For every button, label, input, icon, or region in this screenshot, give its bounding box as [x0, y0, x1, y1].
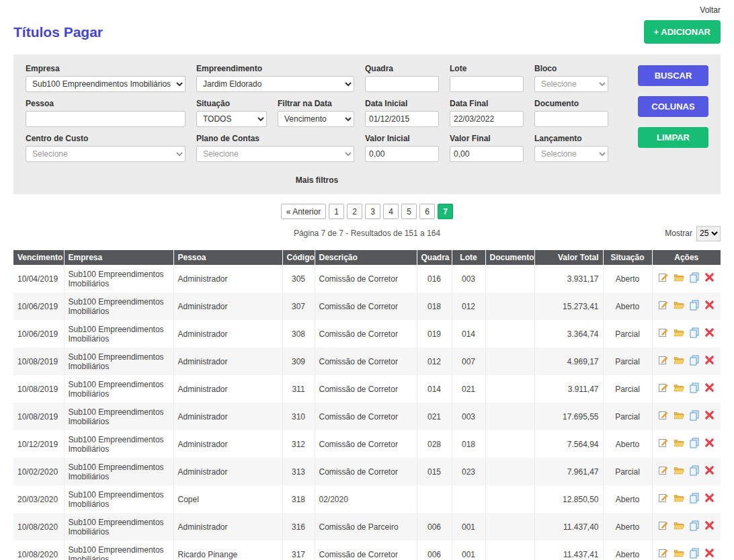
filter-field-quadra: Quadra — [365, 64, 439, 92]
table-row: 10/06/2019Sub100 Empreendimentos Imobili… — [13, 320, 721, 348]
centro-de-custo-select[interactable]: Selecione — [26, 146, 186, 162]
empresa-select[interactable]: Sub100 Empreendimentos Imobiliários — [26, 76, 186, 92]
edit-icon[interactable] — [658, 410, 669, 421]
cell-descricao: Comissão de Corretor — [315, 265, 417, 292]
delete-icon[interactable] — [704, 300, 715, 311]
cell-descricao: Comissão de Corretor — [315, 375, 417, 403]
situacao-select[interactable]: TODOS — [196, 111, 267, 127]
folder-icon[interactable] — [674, 548, 684, 559]
edit-icon[interactable] — [658, 355, 669, 366]
pessoa-label: Pessoa — [26, 99, 186, 108]
folder-icon[interactable] — [674, 383, 684, 393]
edit-icon[interactable] — [658, 327, 669, 338]
folder-icon[interactable] — [674, 410, 684, 421]
filter-panel: Empresa Sub100 Empreendimentos Imobiliár… — [13, 54, 721, 194]
delete-icon[interactable] — [704, 493, 715, 504]
folder-icon[interactable] — [674, 300, 684, 311]
copy-icon[interactable] — [689, 493, 700, 504]
bloco-select[interactable]: Selecione — [534, 76, 608, 92]
lancamento-select[interactable]: Selecione — [534, 146, 608, 162]
more-filters-link[interactable]: Mais filtros — [26, 175, 608, 185]
folder-icon[interactable] — [674, 355, 684, 366]
cell-situacao: Parcial — [603, 458, 652, 485]
copy-icon[interactable] — [689, 327, 700, 338]
row-actions — [658, 410, 715, 421]
filtrar-na-data-select[interactable]: Vencimento — [278, 111, 354, 127]
cell-lote: 007 — [452, 348, 485, 375]
folder-icon[interactable] — [674, 272, 684, 283]
table-row: 10/06/2019Sub100 Empreendimentos Imobili… — [13, 292, 721, 320]
pessoa-input[interactable] — [26, 111, 186, 127]
documento-input[interactable] — [534, 111, 608, 127]
delete-icon[interactable] — [704, 410, 715, 421]
delete-icon[interactable] — [704, 438, 715, 448]
delete-icon[interactable] — [704, 327, 715, 338]
edit-icon[interactable] — [658, 465, 669, 476]
copy-icon[interactable] — [689, 300, 700, 311]
page-button-4[interactable]: 4 — [383, 204, 399, 219]
row-actions — [658, 438, 715, 448]
page-button-1[interactable]: 1 — [329, 204, 344, 219]
copy-icon[interactable] — [689, 548, 700, 559]
plano-de-contas-label: Plano de Contas — [196, 134, 354, 143]
limpar-button[interactable]: LIMPAR — [638, 127, 708, 148]
folder-icon[interactable] — [674, 520, 684, 531]
folder-icon[interactable] — [674, 327, 684, 338]
copy-icon[interactable] — [689, 410, 700, 421]
delete-icon[interactable] — [704, 272, 715, 283]
cell-acoes — [652, 513, 721, 541]
copy-icon[interactable] — [689, 355, 700, 366]
edit-icon[interactable] — [658, 548, 669, 559]
copy-icon[interactable] — [689, 272, 700, 283]
previous-page-button[interactable]: « Anterior — [281, 204, 326, 219]
row-actions — [658, 272, 715, 283]
data-final-input[interactable] — [450, 111, 524, 127]
quadra-input[interactable] — [365, 76, 439, 92]
cell-quadra: 012 — [417, 348, 452, 375]
table-header-row: VencimentoEmpresaPessoaCódigoDescriçãoQu… — [13, 250, 721, 265]
page-button-7[interactable]: 7 — [438, 204, 453, 219]
cell-valor_total: 11.437,40 — [534, 513, 603, 541]
page-button-6[interactable]: 6 — [419, 204, 435, 219]
cell-quadra: 014 — [417, 375, 452, 403]
edit-icon[interactable] — [658, 493, 669, 504]
show-select[interactable]: 25 — [696, 226, 721, 241]
cell-lote: 023 — [452, 458, 485, 485]
delete-icon[interactable] — [704, 355, 715, 366]
copy-icon[interactable] — [689, 438, 700, 448]
lote-input[interactable] — [450, 76, 524, 92]
delete-icon[interactable] — [704, 520, 715, 531]
edit-icon[interactable] — [658, 520, 669, 531]
page-button-5[interactable]: 5 — [401, 204, 417, 219]
buscar-button[interactable]: BUSCAR — [638, 65, 708, 86]
valor-inicial-input[interactable] — [365, 146, 439, 162]
delete-icon[interactable] — [704, 383, 715, 393]
delete-icon[interactable] — [704, 465, 715, 476]
pagination-pages: 1234567 — [329, 204, 453, 219]
filter-buttons: BUSCAR COLUNAS LIMPAR — [638, 65, 708, 148]
colunas-button[interactable]: COLUNAS — [638, 96, 708, 117]
delete-icon[interactable] — [704, 548, 715, 559]
empreendimento-select[interactable]: Jardim Eldorado — [196, 76, 354, 92]
folder-icon[interactable] — [674, 493, 684, 504]
cell-empresa: Sub100 Empreendimentos Imobiliários — [64, 292, 173, 320]
copy-icon[interactable] — [689, 383, 700, 393]
page-button-2[interactable]: 2 — [347, 204, 362, 219]
folder-icon[interactable] — [674, 438, 684, 448]
data-inicial-input[interactable] — [365, 111, 439, 127]
page-button-3[interactable]: 3 — [365, 204, 380, 219]
edit-icon[interactable] — [658, 383, 669, 393]
edit-icon[interactable] — [658, 272, 669, 283]
folder-icon[interactable] — [674, 465, 684, 476]
column-header-lote: Lote — [452, 250, 485, 265]
add-button[interactable]: + ADICIONAR — [644, 20, 721, 44]
copy-icon[interactable] — [689, 520, 700, 531]
copy-icon[interactable] — [689, 465, 700, 476]
plano-de-contas-select[interactable]: Selecione — [196, 146, 354, 162]
cell-codigo: 308 — [282, 320, 315, 348]
edit-icon[interactable] — [658, 300, 669, 311]
valor-final-input[interactable] — [450, 146, 524, 162]
back-link[interactable]: Voltar — [700, 5, 721, 15]
cell-acoes — [652, 348, 721, 375]
edit-icon[interactable] — [658, 438, 669, 448]
